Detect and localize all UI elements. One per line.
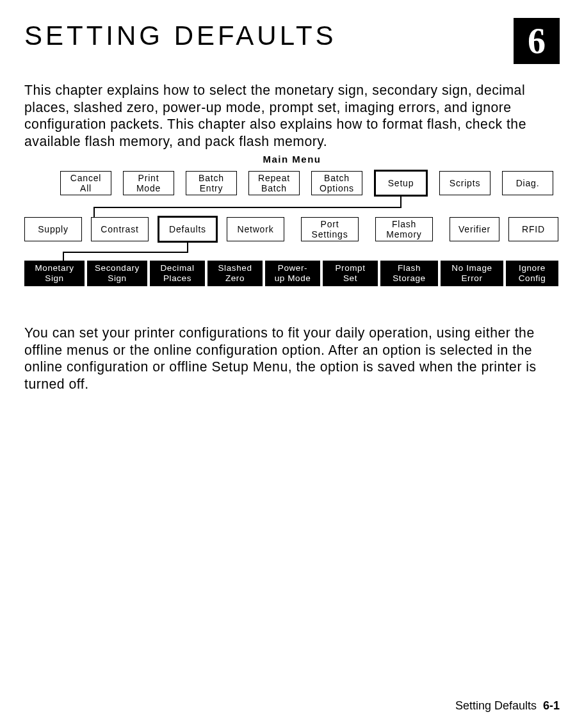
main-menu-label: Main Menu — [24, 154, 560, 165]
menu-batch-entry: Batch Entry — [186, 171, 237, 195]
menu-defaults: Defaults — [158, 216, 218, 243]
menu-no-image-error: No Image Error — [441, 261, 503, 286]
menu-prompt-set: Prompt Set — [323, 261, 378, 286]
menu-setup: Setup — [374, 170, 428, 197]
menu-decimal-places: Decimal Places — [150, 261, 205, 286]
menu-scripts: Scripts — [439, 171, 491, 195]
menu-network: Network — [227, 217, 284, 241]
chapter-number-badge: 6 — [514, 18, 560, 64]
menu-diag: Diag. — [502, 171, 553, 195]
menu-port-settings: Port Settings — [301, 217, 359, 241]
menu-batch-options: Batch Options — [311, 171, 362, 195]
menu-print-mode: Print Mode — [123, 171, 174, 195]
menu-contrast: Contrast — [91, 217, 149, 241]
menu-monetary-sign: Monetary Sign — [24, 261, 85, 286]
menu-flash-storage: Flash Storage — [380, 261, 438, 286]
menu-ignore-config: Ignore Config — [506, 261, 558, 286]
menu-power-up-mode: Power- up Mode — [265, 261, 320, 286]
menu-verifier: Verifier — [450, 217, 499, 241]
menu-diagram: Cancel All Print Mode Batch Entry Repeat… — [24, 171, 560, 312]
menu-repeat-batch: Repeat Batch — [248, 171, 300, 195]
menu-supply: Supply — [24, 217, 82, 241]
footer-section-label: Setting Defaults — [455, 699, 537, 712]
intro-paragraph: This chapter explains how to select the … — [24, 82, 560, 150]
page-title: SETTING DEFAULTS — [24, 18, 337, 51]
menu-flash-memory: Flash Memory — [375, 217, 433, 241]
footer-page-number: 6-1 — [543, 699, 560, 712]
menu-slashed-zero: Slashed Zero — [207, 261, 263, 286]
body-paragraph: You can set your printer configurations … — [24, 325, 560, 392]
page-footer: Setting Defaults 6-1 — [455, 699, 560, 713]
menu-secondary-sign: Secondary Sign — [87, 261, 147, 286]
menu-rfid: RFID — [508, 217, 558, 241]
menu-cancel-all: Cancel All — [60, 171, 111, 195]
